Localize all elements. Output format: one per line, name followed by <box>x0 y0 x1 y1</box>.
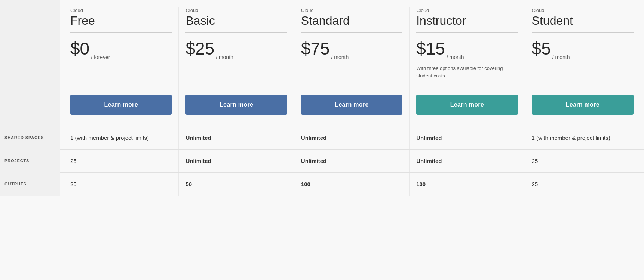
feature-cell-1-3: Unlimited <box>410 150 525 172</box>
plan-name-student: Student <box>532 14 573 27</box>
plan-column-student: Cloud Student $5 / month Learn more <box>525 7 640 126</box>
feature-row-0: SHARED SPACES1 (with member & project li… <box>0 126 644 149</box>
feature-cell-1-4: 25 <box>525 150 640 172</box>
plan-column-instructor: Cloud Instructor $15 / month With three … <box>410 7 525 126</box>
feature-label-text-1: PROJECTS <box>4 159 29 163</box>
plan-name-instructor: Instructor <box>416 14 466 27</box>
page-layout: Cloud Free $0 / forever Learn more Cloud… <box>0 0 644 196</box>
plan-cloud-label-free: Cloud <box>70 7 172 13</box>
feature-cell-2-4: 25 <box>525 173 640 196</box>
plan-price-amount-student: $5 <box>532 40 551 57</box>
plan-header-basic: Cloud Basic <box>185 7 287 33</box>
feature-cell-0-2: Unlimited <box>294 126 410 149</box>
feature-cell-0-1: Unlimited <box>179 126 294 149</box>
plan-cloud-label-basic: Cloud <box>185 7 287 13</box>
feature-data-cells-2: 255010010025 <box>60 172 644 196</box>
plan-price-period-basic: / month <box>216 54 233 62</box>
feature-data-cells-1: 25UnlimitedUnlimitedUnlimited25 <box>60 149 644 172</box>
plan-price-amount-instructor: $15 <box>416 40 445 57</box>
feature-cell-2-3: 100 <box>410 173 525 196</box>
plan-name-free: Free <box>70 14 95 27</box>
plan-price-amount-standard: $75 <box>301 40 330 57</box>
features-section: SHARED SPACES1 (with member & project li… <box>0 126 644 196</box>
feature-data-cells-0: 1 (with member & project limits)Unlimite… <box>60 126 644 149</box>
plan-price-row-basic: $25 / month <box>185 40 287 62</box>
feature-cell-0-3: Unlimited <box>410 126 525 149</box>
feature-label-0: SHARED SPACES <box>0 126 60 149</box>
plan-price-period-free: / forever <box>91 54 110 62</box>
feature-label-text-0: SHARED SPACES <box>4 135 44 140</box>
learn-more-button-instructor[interactable]: Learn more <box>416 95 518 115</box>
feature-label-1: PROJECTS <box>0 149 60 172</box>
feature-cell-1-1: Unlimited <box>179 150 294 172</box>
plan-price-note-standard <box>301 65 402 91</box>
learn-more-button-standard[interactable]: Learn more <box>301 95 402 115</box>
pricing-grid: Cloud Free $0 / forever Learn more Cloud… <box>60 0 644 126</box>
plan-price-row-standard: $75 / month <box>301 40 402 62</box>
plan-header-instructor: Cloud Instructor <box>416 7 518 33</box>
plan-price-period-student: / month <box>552 54 570 62</box>
feature-label-2: OUTPUTS <box>0 172 60 196</box>
plan-price-row-free: $0 / forever <box>70 40 172 62</box>
feature-label-text-2: OUTPUTS <box>4 182 27 186</box>
plan-price-amount-free: $0 <box>70 40 89 57</box>
feature-cell-2-1: 50 <box>179 173 294 196</box>
plan-name-standard: Standard <box>301 14 350 27</box>
plan-price-row-student: $5 / month <box>532 40 634 62</box>
feature-cell-2-0: 25 <box>64 173 179 196</box>
plan-name-basic: Basic <box>185 14 215 27</box>
plan-price-row-instructor: $15 / month <box>416 40 518 62</box>
plan-price-period-standard: / month <box>331 54 349 62</box>
top-sidebar <box>0 0 60 126</box>
feature-row-1: PROJECTS25UnlimitedUnlimitedUnlimited25 <box>0 149 644 172</box>
plan-price-note-instructor: With three options available for coverin… <box>416 65 518 91</box>
plan-column-free: Cloud Free $0 / forever Learn more <box>64 7 179 126</box>
plan-price-note-free <box>70 65 172 91</box>
feature-cell-1-0: 25 <box>64 150 179 172</box>
learn-more-button-free[interactable]: Learn more <box>70 95 172 115</box>
pricing-header-section: Cloud Free $0 / forever Learn more Cloud… <box>0 0 644 126</box>
plan-price-amount-basic: $25 <box>185 40 214 57</box>
plan-price-note-basic <box>185 65 287 91</box>
plan-header-standard: Cloud Standard <box>301 7 402 33</box>
feature-cell-0-4: 1 (with member & project limits) <box>525 126 640 149</box>
plan-header-free: Cloud Free <box>70 7 172 33</box>
learn-more-button-basic[interactable]: Learn more <box>185 95 287 115</box>
feature-cell-1-2: Unlimited <box>294 150 410 172</box>
plan-column-standard: Cloud Standard $75 / month Learn more <box>294 7 410 126</box>
plan-price-note-student <box>532 65 634 91</box>
learn-more-button-student[interactable]: Learn more <box>532 95 634 115</box>
plan-header-student: Cloud Student <box>532 7 634 33</box>
plan-price-period-instructor: / month <box>447 54 464 62</box>
plan-column-basic: Cloud Basic $25 / month Learn more <box>179 7 294 126</box>
feature-row-2: OUTPUTS255010010025 <box>0 172 644 196</box>
plan-cloud-label-instructor: Cloud <box>416 7 518 13</box>
plan-cloud-label-standard: Cloud <box>301 7 402 13</box>
feature-cell-0-0: 1 (with member & project limits) <box>64 126 179 149</box>
plan-cloud-label-student: Cloud <box>532 7 634 13</box>
feature-cell-2-2: 100 <box>294 173 410 196</box>
